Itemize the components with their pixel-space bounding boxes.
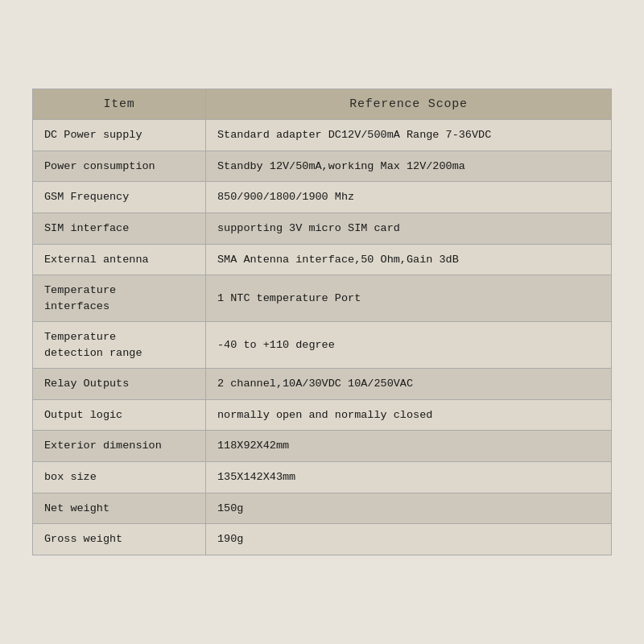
table-row: External antennaSMA Antenna interface,50…: [33, 244, 612, 275]
item-cell: SIM interface: [33, 213, 206, 244]
value-cell: 1 NTC temperature Port: [206, 275, 612, 322]
value-cell: 850/900/1800/1900 Mhz: [206, 182, 612, 213]
item-cell: Exterior dimension: [33, 431, 206, 462]
value-cell: 135X142X43mm: [206, 462, 612, 493]
table-row: Temperaturedetection range-40 to +110 de…: [33, 322, 612, 369]
table-row: box size135X142X43mm: [33, 462, 612, 493]
item-cell: External antenna: [33, 244, 206, 275]
table-row: Net weight150g: [33, 493, 612, 524]
spec-table-container: Item Reference Scope DC Power supplyStan…: [32, 72, 612, 571]
table-row: Relay Outputs2 channel,10A/30VDC 10A/250…: [33, 369, 612, 400]
item-cell: Power consumption: [33, 151, 206, 182]
item-cell: Temperatureinterfaces: [33, 275, 206, 322]
item-cell: Output logic: [33, 399, 206, 431]
item-cell: GSM Frequency: [33, 182, 206, 213]
table-row: Gross weight190g: [33, 524, 612, 555]
item-cell: Relay Outputs: [33, 369, 206, 400]
table-row: DC Power supplyStandard adapter DC12V/50…: [33, 120, 612, 151]
value-cell: -40 to +110 degree: [206, 322, 612, 369]
header-scope: Reference Scope: [206, 89, 612, 120]
value-cell: 150g: [206, 493, 612, 524]
table-row: Temperatureinterfaces1 NTC temperature P…: [33, 275, 612, 322]
value-cell: SMA Antenna interface,50 Ohm,Gain 3dB: [206, 244, 612, 275]
value-cell: Standby 12V/50mA,working Max 12V/200ma: [206, 151, 612, 182]
spec-table: Item Reference Scope DC Power supplyStan…: [32, 89, 612, 555]
value-cell: 2 channel,10A/30VDC 10A/250VAC: [206, 369, 612, 400]
item-cell: Net weight: [33, 493, 206, 524]
table-row: GSM Frequency850/900/1800/1900 Mhz: [33, 182, 612, 213]
header-item: Item: [33, 89, 206, 120]
table-row: SIM interfacesupporting 3V micro SIM car…: [33, 213, 612, 244]
table-row: Exterior dimension118X92X42mm: [33, 431, 612, 462]
item-cell: box size: [33, 462, 206, 493]
value-cell: Standard adapter DC12V/500mA Range 7-36V…: [206, 120, 612, 151]
value-cell: supporting 3V micro SIM card: [206, 213, 612, 244]
item-cell: Temperaturedetection range: [33, 322, 206, 369]
value-cell: normally open and normally closed: [206, 399, 612, 431]
table-row: Power consumptionStandby 12V/50mA,workin…: [33, 151, 612, 182]
item-cell: DC Power supply: [33, 120, 206, 151]
table-row: Output logicnormally open and normally c…: [33, 399, 612, 431]
value-cell: 118X92X42mm: [206, 431, 612, 462]
item-cell: Gross weight: [33, 524, 206, 555]
value-cell: 190g: [206, 524, 612, 555]
